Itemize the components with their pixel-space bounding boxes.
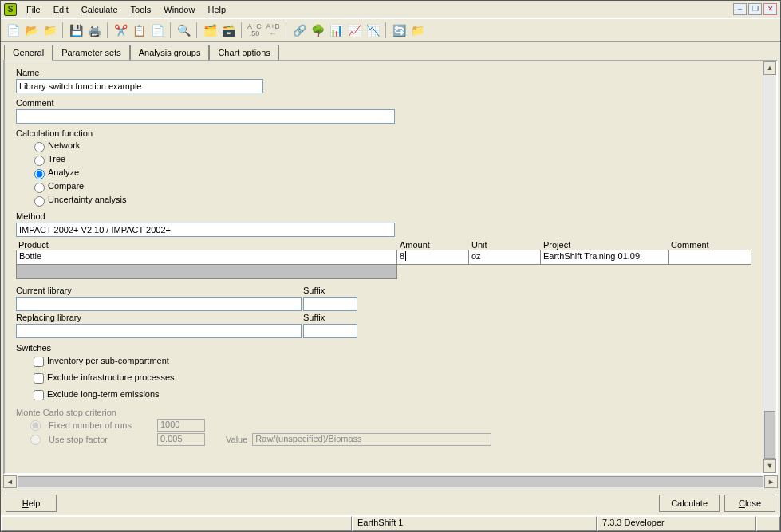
radio-analyze-label: Analyze <box>48 167 79 177</box>
col-unit: Unit <box>469 239 490 250</box>
separator <box>107 22 108 38</box>
tool2-icon[interactable]: 🗃️ <box>220 22 236 38</box>
radio-network[interactable] <box>34 142 45 152</box>
window-controls: – ❐ ✕ <box>733 3 777 15</box>
ab-icon[interactable]: A+B↔ <box>265 22 281 38</box>
copy-icon[interactable]: 📋 <box>131 22 147 38</box>
separator <box>286 22 286 38</box>
tab-general[interactable]: General <box>4 45 53 61</box>
suffix1-input[interactable] <box>303 297 357 311</box>
search-icon[interactable]: 🔍 <box>176 22 191 38</box>
ac-icon[interactable]: A+C.50 <box>247 22 262 38</box>
cell-project[interactable]: EarthShift Training 01.09. <box>541 250 669 265</box>
status-left <box>1 516 352 531</box>
app-window: S File Edit Calculate Tools Window Help … <box>0 0 781 532</box>
replacinglib-label: Replacing library <box>16 313 303 322</box>
empty-row[interactable] <box>17 265 397 279</box>
scroll-left-icon[interactable]: ◄ <box>3 475 17 488</box>
radio-network-label: Network <box>48 140 80 150</box>
check-inventory[interactable] <box>34 357 44 367</box>
close-window-button[interactable]: ✕ <box>763 3 777 15</box>
check-longterm[interactable] <box>34 390 44 400</box>
calculate-button[interactable]: Calculate <box>659 495 720 512</box>
scroll-thumb[interactable] <box>764 411 775 459</box>
minimize-button[interactable]: – <box>733 3 747 15</box>
radio-compare[interactable] <box>34 183 45 193</box>
paste-icon[interactable]: 📄 <box>149 22 165 38</box>
menu-tools[interactable]: Tools <box>124 3 158 16</box>
separator <box>385 22 386 38</box>
open2-icon[interactable]: 📁 <box>41 22 57 38</box>
status-right: 7.3.3 Developer <box>597 516 756 531</box>
print-icon[interactable]: 🖨️ <box>86 22 102 38</box>
vertical-scrollbar[interactable]: ▲ ▼ <box>763 61 776 473</box>
statusbar: EarthShift 1 7.3.3 Developer <box>1 515 780 531</box>
radio-stop-factor <box>30 435 41 445</box>
menu-help[interactable]: Help <box>201 3 232 16</box>
restore-button[interactable]: ❐ <box>748 3 762 15</box>
comment-input[interactable] <box>16 109 395 124</box>
cell-product[interactable]: Bottle <box>17 250 397 265</box>
new-icon[interactable]: 📄 <box>5 22 21 38</box>
scroll-up-icon[interactable]: ▲ <box>763 61 776 75</box>
radio-uncertainty-label: Uncertainty analysis <box>48 195 126 204</box>
content-area: Name Comment Calculation function Networ… <box>3 60 778 475</box>
tab-parameter-sets[interactable]: Parameter sets <box>53 45 130 61</box>
replacinglib-input[interactable] <box>16 324 302 338</box>
comment-label: Comment <box>16 98 751 108</box>
menu-file[interactable]: File <box>20 3 47 16</box>
menu-calculate[interactable]: Calculate <box>75 3 124 16</box>
scroll-right-icon[interactable]: ► <box>764 475 778 488</box>
radio-tree[interactable] <box>34 156 45 166</box>
check-infra-label: Exclude infrastructure processes <box>47 372 175 382</box>
suffix2-label: Suffix <box>303 313 359 322</box>
tree-icon[interactable]: 🌳 <box>310 22 325 38</box>
col-project: Project <box>541 239 573 250</box>
value-label: Value <box>226 435 247 444</box>
refresh-icon[interactable]: 🔄 <box>391 22 407 38</box>
horizontal-scrollbar[interactable]: ◄ ► <box>3 475 778 488</box>
open-icon[interactable]: 📂 <box>23 22 39 38</box>
chart2-icon[interactable]: 📈 <box>346 22 362 38</box>
close-button[interactable]: Close <box>724 495 775 512</box>
separator <box>62 22 63 38</box>
calcfunc-label: Calculation function <box>16 128 751 138</box>
folder-icon[interactable]: 📁 <box>409 22 425 38</box>
scroll-down-icon[interactable]: ▼ <box>763 459 776 473</box>
radio-analyze[interactable] <box>34 169 45 179</box>
tab-chart-options[interactable]: Chart options <box>209 45 278 61</box>
check-inventory-label: Inventory per sub-compartment <box>47 356 169 365</box>
cut-icon[interactable]: ✂️ <box>112 22 128 38</box>
chart1-icon[interactable]: 📊 <box>328 22 344 38</box>
radio-tree-label: Tree <box>48 154 65 164</box>
cell-unit[interactable]: oz <box>469 250 541 265</box>
status-grip <box>756 516 780 531</box>
help-button[interactable]: Help <box>6 495 57 512</box>
cell-amount[interactable]: 8 <box>397 250 469 265</box>
network-icon[interactable]: 🔗 <box>291 22 307 38</box>
radio-uncertainty[interactable] <box>34 196 45 207</box>
method-label: Method <box>16 211 751 221</box>
check-infra[interactable] <box>34 373 44 384</box>
currentlib-input[interactable] <box>16 297 302 311</box>
tab-analysis-groups[interactable]: Analysis groups <box>130 45 210 61</box>
scroll-thumb-h[interactable] <box>18 476 763 487</box>
menu-edit[interactable]: Edit <box>47 3 75 16</box>
check-longterm-label: Exclude long-term emissions <box>47 389 160 399</box>
method-input[interactable] <box>16 223 395 237</box>
chart3-icon[interactable]: 📉 <box>365 22 381 38</box>
menu-window[interactable]: Window <box>157 3 201 16</box>
save-icon[interactable]: 💾 <box>68 22 84 38</box>
stop-factor-value: 0.005 <box>157 433 205 446</box>
tabs: General Parameter sets Analysis groups C… <box>1 42 780 60</box>
fixed-runs-value: 1000 <box>157 419 205 432</box>
tool1-icon[interactable]: 🗂️ <box>202 22 218 38</box>
button-bar: Help Calculate Close <box>1 491 780 515</box>
stop-value: Raw/(unspecified)/Biomass <box>252 433 491 446</box>
suffix1-label: Suffix <box>303 286 359 295</box>
separator <box>241 22 242 38</box>
suffix2-input[interactable] <box>303 324 357 338</box>
name-input[interactable] <box>16 79 263 93</box>
currentlib-label: Current library <box>16 286 303 295</box>
cell-comment[interactable] <box>669 250 751 265</box>
